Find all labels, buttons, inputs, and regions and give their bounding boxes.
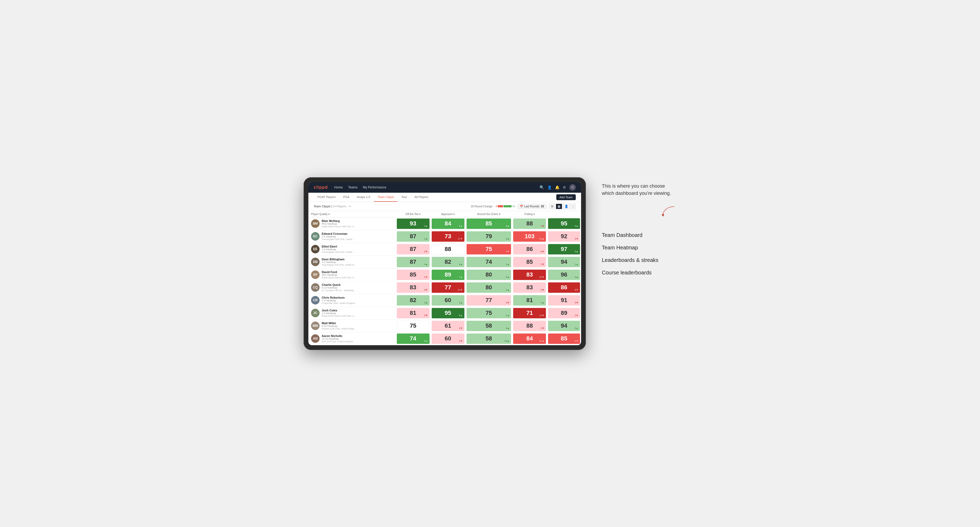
col-header-approach[interactable]: Approach ▾ (431, 211, 466, 217)
score-cell-tee: 61 3▼ (431, 319, 466, 332)
score-cell-approach: 75 3▼ (466, 243, 512, 256)
logo[interactable]: clippd (314, 185, 328, 190)
table-row[interactable]: BM Blair McHarg Plus Handicap Royal Nort… (309, 217, 581, 230)
table-row[interactable]: CQ Charlie Quick 6-10 Handicap St. Georg… (309, 281, 581, 294)
add-team-button[interactable]: Add Team (556, 194, 576, 200)
tab-pgat[interactable]: PGAT Players (314, 193, 339, 202)
score-box: 85 3▼ (513, 257, 546, 267)
player-info: Matt Miller 6-10 Handicap Woburn Golf Cl… (322, 322, 356, 330)
table-row[interactable]: JC Josh Coles 1-5 Handicap Royal North D… (309, 306, 581, 319)
round-neg-label: -5 (495, 205, 497, 208)
score-box: 95 9▲ (548, 218, 580, 229)
table-row[interactable]: DB Dave Billingham 1-5 Handicap Gog Mago… (309, 256, 581, 268)
score-delta: 1▲ (506, 263, 509, 266)
player-avatar: AN (311, 334, 320, 343)
score-delta: 7▲ (459, 276, 463, 278)
player-table: Player Quality ▾ Off the Tee ▾ Approach … (309, 211, 581, 345)
nav-link-performance[interactable]: My Performance (363, 184, 386, 190)
score-box: 74 1▲ (466, 257, 511, 267)
player-handicap: 6-10 Handicap (322, 286, 356, 289)
tab-team-clippd[interactable]: Team Clippd (374, 193, 398, 202)
score-value: 82 (445, 259, 451, 265)
score-cell-green: 71 11▼ (512, 306, 547, 319)
sub-nav-tabs: PGAT Players PGA Hcaps 1-5 Team Clippd T… (314, 193, 432, 202)
table-row[interactable]: DF David Ford Plus Handicap Royal North … (309, 268, 581, 281)
settings-icon[interactable]: ⚙ (563, 185, 566, 189)
player-cell: EE Elliot Ebert 1-5 Handicap Sunningdale… (309, 243, 396, 255)
col-header-putting[interactable]: Putting ▾ (512, 211, 547, 217)
score-box: 93 4▲ (397, 219, 430, 229)
search-icon[interactable]: 🔍 (539, 185, 544, 189)
score-value: 61 (445, 322, 451, 329)
tab-tour[interactable]: Tour (398, 193, 410, 202)
menu-item-dashboard[interactable]: Team Dashboard (602, 229, 676, 241)
score-value: 85 (410, 271, 416, 278)
player-info: Josh Coles 1-5 Handicap Royal North Devo… (322, 309, 356, 317)
tab-hcaps[interactable]: Hcaps 1-5 (353, 193, 374, 202)
score-value: 87 (410, 233, 416, 240)
score-value: 88 (445, 246, 451, 252)
nav-link-teams[interactable]: Teams (348, 184, 357, 190)
score-cell-tee: 89 7▲ (431, 268, 466, 281)
person-icon[interactable]: 👤 (547, 185, 552, 189)
score-cell-approach: 80 1▲ (466, 281, 512, 294)
table-row[interactable]: EC Edward Crossman 1-5 Handicap Sunningd… (309, 230, 581, 243)
score-value: 75 (410, 322, 416, 329)
score-box: 94 3▲ (548, 321, 580, 331)
score-box: 84 21▲ (513, 333, 546, 344)
score-box: 61 3▼ (432, 321, 465, 331)
player-info: Blair McHarg Plus Handicap Royal North D… (322, 219, 356, 228)
score-value: 86 (561, 284, 567, 291)
score-cell-tee: 84 6▲ (431, 217, 466, 230)
score-value: 74 (410, 335, 416, 342)
menu-item-leaderboards[interactable]: Leaderboards & streaks (602, 254, 676, 267)
score-cell-quality: 93 4▲ (396, 217, 431, 230)
tab-pga[interactable]: PGA (339, 193, 353, 202)
col-header-green[interactable]: Around the Green ▾ (466, 211, 512, 217)
score-box: 82 3▲ (397, 295, 430, 306)
score-cell-putting: 96 3▲ (547, 268, 581, 281)
score-cell-approach: 77 3▼ (466, 294, 512, 306)
col-header-tee[interactable]: Off the Tee ▾ (396, 211, 431, 217)
view-table-button[interactable]: ▦ (556, 204, 562, 209)
view-download-button[interactable]: ↓ (571, 204, 576, 209)
table-row[interactable]: MM Matt Miller 6-10 Handicap Woburn Golf… (309, 319, 581, 332)
score-cell-green: 83 10▼ (512, 268, 547, 281)
player-handicap: Plus Handicap (322, 222, 356, 225)
score-cell-tee: 95 8▲ (431, 306, 466, 319)
nav-icons: 🔍 👤 🔔 ⚙ U (539, 184, 576, 190)
view-card-button[interactable]: 👤 (563, 204, 570, 209)
score-value: 80 (485, 271, 492, 278)
score-delta: 4▲ (424, 225, 428, 227)
score-cell-tee: 88 (431, 243, 466, 256)
score-delta: 3▼ (459, 327, 463, 330)
table-row[interactable]: EE Elliot Ebert 1-5 Handicap Sunningdale… (309, 243, 581, 256)
score-delta: 10▲ (504, 340, 509, 342)
annotation-panel: This is where you can choose which dashb… (602, 177, 676, 279)
score-value: 73 (445, 233, 451, 240)
score-box: 88 (432, 244, 465, 254)
tab-all-players[interactable]: All Players (411, 193, 432, 202)
score-box: 58 4▲ (466, 321, 511, 331)
menu-item-heatmap[interactable]: Team Heatmap (602, 241, 676, 254)
score-value: 81 (410, 310, 416, 316)
score-box: 86 8▼ (548, 283, 580, 293)
view-grid-button[interactable]: ⊞ (549, 204, 555, 209)
score-value: 92 (561, 233, 567, 240)
nav-link-home[interactable]: Home (334, 184, 343, 190)
score-box: 58 10▲ (466, 333, 511, 344)
score-value: 77 (485, 297, 492, 304)
edit-icon[interactable]: ✏ (349, 205, 351, 208)
score-delta: 3▲ (424, 301, 428, 304)
table-row[interactable]: CR Chris Robertson 1-5 Handicap Craigmil… (309, 294, 581, 306)
player-avatar: CQ (311, 283, 320, 292)
table-row[interactable]: AN Aaron Nicholls 11-15 Handicap Drift G… (309, 332, 581, 345)
last-rounds-button[interactable]: 📅 Last Rounds: 20 (517, 204, 546, 209)
menu-item-course[interactable]: Course leaderboards (602, 267, 676, 279)
score-delta: 4▲ (424, 263, 428, 266)
player-club: Sunningdale Golf Club, United Kingdom (322, 251, 356, 253)
avatar[interactable]: U (570, 184, 576, 190)
table-container: Player Quality ▾ Off the Tee ▾ Approach … (309, 211, 581, 345)
bell-icon[interactable]: 🔔 (555, 185, 560, 189)
player-name: Edward Crossman (322, 232, 356, 235)
